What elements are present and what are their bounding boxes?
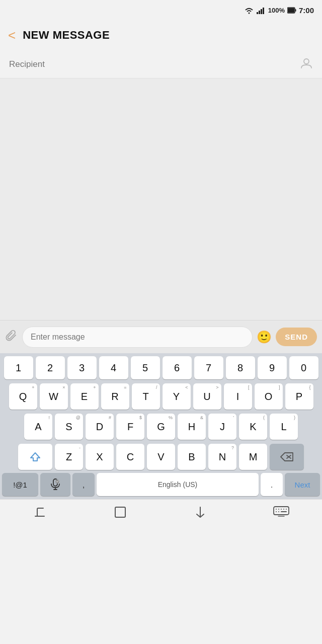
key-o[interactable]: ]O [255,383,283,410]
keyboard: 1 2 3 4 5 6 7 8 9 0 +Q ×W +E =R /T <Y >U… [0,353,322,499]
svg-rect-3 [261,9,262,14]
key-c[interactable]: C [116,444,144,470]
svg-rect-2 [259,11,260,14]
back-nav-button[interactable] [193,505,207,522]
comma-key[interactable]: , [72,473,95,496]
key-1[interactable]: 1 [4,356,33,379]
key-5[interactable]: 5 [131,356,160,379]
keyboard-nav-button[interactable] [273,506,289,521]
qwerty-row: +Q ×W +E =R /T <Y >U [I ]O {P [0,380,322,411]
key-6[interactable]: 6 [163,356,192,379]
key-h[interactable]: &H [178,414,206,440]
key-a[interactable]: !A [24,414,52,440]
key-w[interactable]: ×W [40,383,68,410]
function-row: !@1 , English (US) . Next [0,471,322,499]
home-button[interactable] [113,505,127,522]
key-e[interactable]: +E [70,383,99,410]
contact-icon[interactable] [300,56,313,72]
svg-rect-20 [274,507,289,515]
key-x[interactable]: X [86,444,114,470]
attach-icon[interactable] [5,329,18,345]
key-n[interactable]: ?N [208,444,236,470]
key-0[interactable]: 0 [289,356,318,379]
wifi-icon [244,7,254,14]
backspace-key[interactable] [270,444,304,470]
message-input-bar: 🙂 SEND [0,320,322,353]
svg-point-0 [248,12,250,14]
recipient-input[interactable] [9,59,300,69]
battery-icon [287,7,296,14]
svg-rect-7 [288,8,294,13]
key-r[interactable]: =R [101,383,129,410]
page-title: NEW MESSAGE [23,29,110,42]
recipient-row [0,50,322,78]
key-k[interactable]: (K [239,414,267,440]
emoji-icon[interactable]: 🙂 [257,330,272,344]
svg-marker-9 [31,453,40,461]
key-z[interactable]: -Z [55,444,83,470]
svg-point-8 [304,59,309,64]
key-9[interactable]: 9 [258,356,287,379]
svg-rect-1 [257,12,258,14]
symbol-key[interactable]: !@1 [2,473,38,496]
key-8[interactable]: 8 [226,356,255,379]
send-button[interactable]: SEND [276,328,317,346]
message-input[interactable] [22,327,253,348]
back-button[interactable]: < [8,29,16,42]
key-j[interactable]: 'J [208,414,236,440]
key-4[interactable]: 4 [99,356,128,379]
signal-icon [257,7,266,14]
space-key[interactable]: English (US) [97,473,259,496]
key-7[interactable]: 7 [194,356,223,379]
key-2[interactable]: 2 [36,356,65,379]
key-y[interactable]: <Y [163,383,191,410]
svg-rect-6 [295,9,296,12]
header: < NEW MESSAGE [0,20,322,50]
next-key[interactable]: Next [285,473,320,496]
svg-rect-4 [263,8,264,14]
key-l[interactable]: )L [270,414,298,440]
key-p[interactable]: {P [285,383,313,410]
status-bar: 100% 7:00 [0,0,322,20]
navigation-bar [0,499,322,527]
key-3[interactable]: 3 [67,356,97,379]
key-u[interactable]: >U [193,383,221,410]
battery-percent: 100% [268,7,285,14]
key-g[interactable]: %G [147,414,175,440]
key-d[interactable]: #D [86,414,114,440]
key-t[interactable]: /T [132,383,160,410]
status-icons: 100% 7:00 [244,6,314,15]
recent-apps-button[interactable] [33,505,47,522]
mic-key[interactable] [40,473,70,496]
key-m[interactable]: M [239,444,267,470]
key-q[interactable]: +Q [9,383,37,410]
period-key[interactable]: . [261,473,283,496]
svg-rect-18 [115,507,125,517]
key-f[interactable]: $F [116,414,144,440]
status-time: 7:00 [299,6,314,15]
key-b[interactable]: B [178,444,206,470]
zxcv-row: -Z X C V B ?N M [0,441,322,471]
key-i[interactable]: [I [224,383,252,410]
number-row: 1 2 3 4 5 6 7 8 9 0 [0,353,322,380]
message-area[interactable] [0,78,322,320]
key-s[interactable]: @S [55,414,83,440]
shift-key[interactable] [18,444,52,470]
key-v[interactable]: V [147,444,175,470]
asdf-row: !A @S #D $F %G &H 'J (K )L [0,411,322,441]
